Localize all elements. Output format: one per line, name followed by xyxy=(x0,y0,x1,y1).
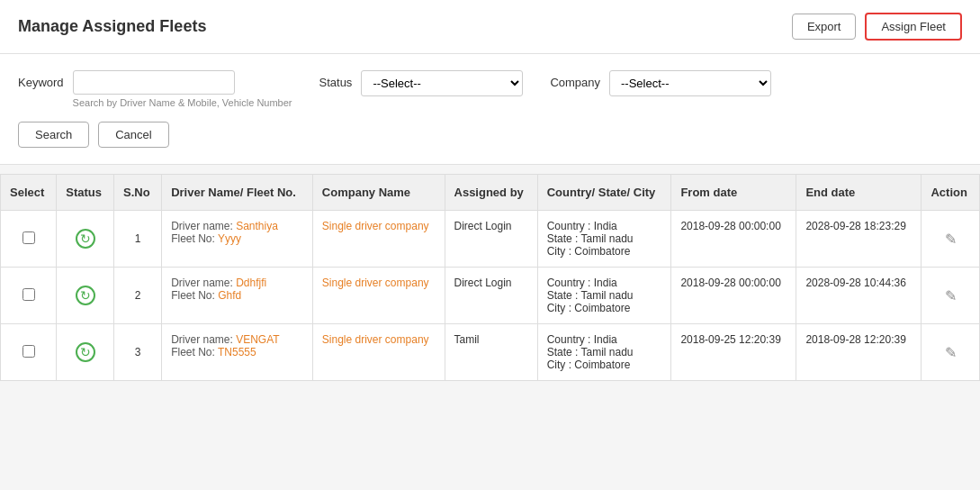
table-row: ↻ 2 Driver name: Ddhfjfi Fleet No: Ghfd … xyxy=(1,268,980,324)
row-sno-cell-1: 2 xyxy=(114,268,162,324)
row-action-cell-1: ✎ xyxy=(922,268,980,324)
status-select[interactable]: --Select-- xyxy=(361,70,523,96)
status-icon-0: ↻ xyxy=(76,229,95,249)
driver-name-link-0[interactable]: Santhiya xyxy=(236,220,278,232)
edit-icon-0[interactable]: ✎ xyxy=(945,231,957,247)
filter-row: Keyword Search by Driver Name & Mobile, … xyxy=(18,70,962,109)
page-title: Manage Assigned Fleets xyxy=(18,17,206,36)
fleet-no-label-0: Fleet No: xyxy=(171,232,218,245)
row-action-cell-2: ✎ xyxy=(922,324,980,381)
filter-button-row: Search Cancel xyxy=(18,122,962,148)
edit-icon-1[interactable]: ✎ xyxy=(945,288,957,304)
row-company-cell-2: Single driver company xyxy=(312,324,445,381)
row-select-cell-1 xyxy=(1,268,57,324)
row-status-cell-0: ↻ xyxy=(57,211,114,268)
company-link-2[interactable]: Single driver company xyxy=(322,333,429,346)
driver-name-label-2: Driver name: xyxy=(171,333,236,346)
keyword-label: Keyword xyxy=(18,76,64,89)
row-status-cell-2: ↻ xyxy=(57,324,114,381)
driver-name-link-2[interactable]: VENGAT xyxy=(236,333,279,346)
col-sno: S.No xyxy=(114,175,162,211)
row-driver-cell-0: Driver name: Santhiya Fleet No: Yyyy xyxy=(162,211,313,268)
col-location: Country/ State/ City xyxy=(537,175,671,211)
col-action: Action xyxy=(922,175,980,211)
driver-name-link-1[interactable]: Ddhfjfi xyxy=(236,277,266,289)
fleet-table: Select Status S.No Driver Name/ Fleet No… xyxy=(0,174,980,381)
company-link-1[interactable]: Single driver company xyxy=(322,277,429,289)
row-location-cell-2: Country : India State : Tamil nadu City … xyxy=(537,324,671,381)
fleet-no-link-1[interactable]: Ghfd xyxy=(218,289,241,302)
header-bar: Manage Assigned Fleets Export Assign Fle… xyxy=(0,0,980,54)
row-sno-cell-0: 1 xyxy=(114,211,162,268)
company-link-0[interactable]: Single driver company xyxy=(322,220,429,232)
fleet-no-link-0[interactable]: Yyyy xyxy=(218,232,241,245)
row-checkbox-1[interactable] xyxy=(22,288,35,301)
assign-fleet-button[interactable]: Assign Fleet xyxy=(865,13,962,41)
filter-section: Keyword Search by Driver Name & Mobile, … xyxy=(0,54,980,165)
row-from-cell-0: 2018-09-28 00:00:00 xyxy=(671,211,796,268)
row-assigned-cell-1: Direct Login xyxy=(445,268,537,324)
row-from-cell-2: 2018-09-25 12:20:39 xyxy=(671,324,796,381)
col-end: End date xyxy=(796,175,922,211)
driver-name-label-1: Driver name: xyxy=(171,277,236,289)
keyword-input[interactable] xyxy=(73,70,235,95)
company-label: Company xyxy=(550,76,600,89)
table-row: ↻ 3 Driver name: VENGAT Fleet No: TN5555… xyxy=(1,324,980,381)
fleet-no-label-2: Fleet No: xyxy=(171,346,218,358)
status-group: Status --Select-- xyxy=(319,70,524,96)
row-select-cell-0 xyxy=(1,211,57,268)
col-company: Company Name xyxy=(312,175,445,211)
fleet-no-label-1: Fleet No: xyxy=(171,289,218,302)
row-driver-cell-2: Driver name: VENGAT Fleet No: TN5555 xyxy=(162,324,313,381)
table-section: Select Status S.No Driver Name/ Fleet No… xyxy=(0,174,980,381)
row-location-cell-1: Country : India State : Tamil nadu City … xyxy=(537,268,671,324)
row-company-cell-0: Single driver company xyxy=(312,211,445,268)
row-checkbox-0[interactable] xyxy=(22,231,35,244)
company-group: Company --Select-- xyxy=(550,70,771,96)
fleet-no-link-2[interactable]: TN5555 xyxy=(218,346,256,358)
row-end-cell-0: 2028-09-28 18:23:29 xyxy=(796,211,922,268)
driver-name-label-0: Driver name: xyxy=(171,220,236,232)
table-row: ↻ 1 Driver name: Santhiya Fleet No: Yyyy… xyxy=(1,211,980,268)
status-label: Status xyxy=(319,76,353,89)
row-sno-cell-2: 3 xyxy=(114,324,162,381)
col-select: Select xyxy=(1,175,57,211)
keyword-group: Keyword Search by Driver Name & Mobile, … xyxy=(18,70,292,109)
row-assigned-cell-0: Direct Login xyxy=(445,211,537,268)
keyword-hint: Search by Driver Name & Mobile, Vehicle … xyxy=(73,96,292,109)
col-driver: Driver Name/ Fleet No. xyxy=(162,175,313,211)
cancel-button[interactable]: Cancel xyxy=(98,122,168,148)
col-from: From date xyxy=(671,175,796,211)
col-assigned: Assigned by xyxy=(445,175,537,211)
row-company-cell-1: Single driver company xyxy=(312,268,445,324)
row-assigned-cell-2: Tamil xyxy=(445,324,537,381)
row-select-cell-2 xyxy=(1,324,57,381)
assign-fleet-wrapper: Assign Fleet xyxy=(865,13,962,41)
row-end-cell-2: 2018-09-28 12:20:39 xyxy=(796,324,922,381)
status-icon-1: ↻ xyxy=(76,286,95,305)
row-action-cell-0: ✎ xyxy=(922,211,980,268)
row-end-cell-1: 2028-09-28 10:44:36 xyxy=(796,268,922,324)
edit-icon-2[interactable]: ✎ xyxy=(945,345,957,360)
row-driver-cell-1: Driver name: Ddhfjfi Fleet No: Ghfd xyxy=(162,268,313,324)
status-icon-2: ↻ xyxy=(76,342,95,362)
export-button[interactable]: Export xyxy=(792,14,857,40)
row-status-cell-1: ↻ xyxy=(57,268,114,324)
row-checkbox-2[interactable] xyxy=(22,345,35,358)
row-location-cell-0: Country : India State : Tamil nadu City … xyxy=(537,211,671,268)
search-button[interactable]: Search xyxy=(18,122,89,148)
col-status: Status xyxy=(57,175,114,211)
row-from-cell-1: 2018-09-28 00:00:00 xyxy=(671,268,796,324)
table-header-row: Select Status S.No Driver Name/ Fleet No… xyxy=(1,175,980,211)
keyword-input-wrap: Search by Driver Name & Mobile, Vehicle … xyxy=(73,70,292,109)
assign-arrow-icon xyxy=(958,4,980,58)
header-buttons: Export Assign Fleet xyxy=(792,13,962,41)
company-select[interactable]: --Select-- xyxy=(609,70,771,96)
